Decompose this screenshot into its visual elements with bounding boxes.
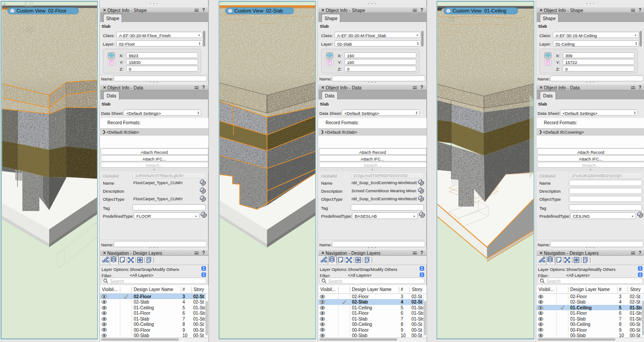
svg-text:Custom View 01-Ceiling: Custom View 01-Ceiling xyxy=(453,8,506,13)
svg-text:Custom View 02-Slab: Custom View 02-Slab xyxy=(234,8,283,13)
svg-text:Custom View 02-Floor: Custom View 02-Floor xyxy=(17,8,67,13)
